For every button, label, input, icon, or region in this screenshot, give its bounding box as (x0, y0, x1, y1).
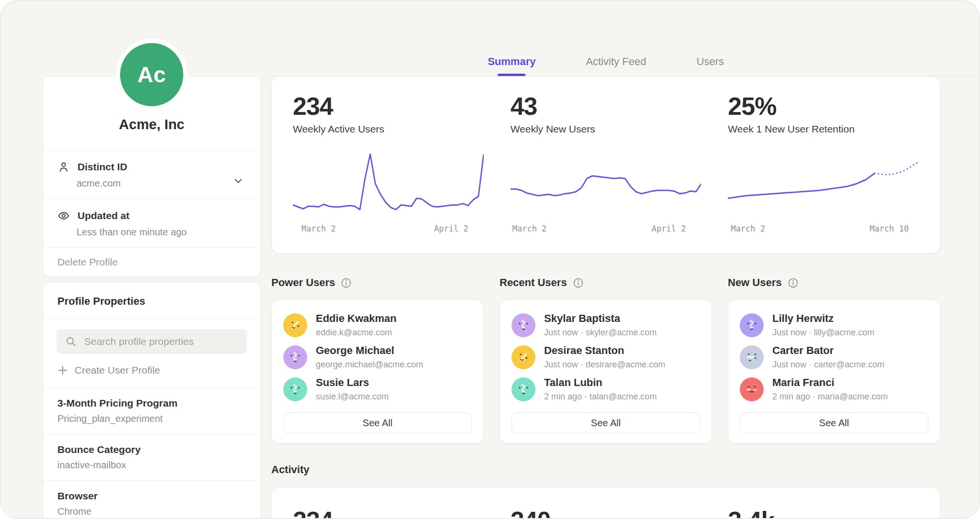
user-subtext: eddie.k@acme.com (316, 328, 397, 338)
user-section-recent-users: Recent UsersSkylar BaptistaJust now · sk… (500, 276, 712, 443)
info-icon[interactable] (341, 277, 352, 288)
property-value: Chrome (57, 506, 246, 517)
user-name: Eddie Kwakman (316, 312, 397, 325)
property-row[interactable]: BrowserChrome (43, 480, 260, 519)
user-avatar (512, 345, 535, 369)
metric-label: Weekly Active Users (293, 123, 484, 135)
info-icon[interactable] (573, 277, 584, 288)
user-sections-row: Power UsersEddie Kwakmaneddie.k@acme.com… (271, 276, 940, 443)
profile-field-updated-at: Updated atLess than one minute ago (43, 199, 260, 247)
profile-dashboard-page: Ac Acme, Inc Distinct IDacme.comUpdated … (0, 0, 980, 519)
profile-properties-search[interactable] (56, 329, 247, 354)
activity-metric-value: 3.4k (728, 508, 919, 519)
chart-x-axis: March 2March 10 (728, 224, 919, 235)
search-input[interactable] (83, 335, 238, 348)
tab-activity-feed[interactable]: Activity Feed (586, 55, 646, 68)
user-subtext: Just now · skyler@acme.com (544, 328, 657, 338)
profile-properties-title: Profile Properties (43, 283, 260, 319)
user-name: Carter Bator (772, 344, 884, 357)
user-name: Lilly Herwitz (772, 312, 874, 325)
section-header: Power Users (271, 276, 484, 289)
user-avatar (740, 345, 764, 369)
user-subtext: Just now · desirare@acme.com (544, 360, 665, 370)
sparkline-chart (728, 148, 919, 220)
see-all-button[interactable]: See All (283, 412, 472, 433)
metric-value: 25% (728, 94, 919, 119)
user-subtext: george.michael@acme.com (316, 360, 423, 370)
user-list-item[interactable]: Maria Franci2 min ago · maria@acme.com (740, 376, 928, 402)
profile-properties-card: Profile Properties Create User Profile 3… (43, 282, 261, 519)
user-subtext: Just now · lilly@acme.com (772, 328, 874, 338)
property-row[interactable]: 3-Month Pricing ProgramPricing_plan_expe… (43, 387, 260, 434)
profile-properties-list: 3-Month Pricing ProgramPricing_plan_expe… (43, 387, 260, 519)
search-icon (65, 336, 77, 347)
user-name: Desirae Stanton (544, 344, 665, 357)
user-avatar (283, 345, 307, 369)
active-tab-underline (498, 74, 525, 76)
user-list-item[interactable]: Skylar BaptistaJust now · skyler@acme.co… (512, 312, 700, 338)
metric-label: Week 1 New User Retention (728, 123, 919, 135)
info-icon[interactable] (788, 277, 799, 288)
user-name: Maria Franci (772, 376, 888, 389)
chevron-down-icon[interactable] (233, 175, 244, 188)
user-list-item[interactable]: Carter BatorJust now · carter@acme.com (740, 344, 928, 370)
see-all-button[interactable]: See All (512, 412, 700, 433)
see-all-button[interactable]: See All (740, 412, 928, 433)
user-avatar (512, 313, 535, 337)
x-tick-label: March 2 (301, 224, 336, 233)
profile-field-value: Less than one minute ago (77, 227, 246, 238)
metric-value: 43 (511, 94, 702, 119)
eye-icon (57, 210, 70, 222)
company-avatar: Ac (120, 43, 183, 106)
x-tick-label: March 10 (869, 224, 909, 233)
user-list-item[interactable]: Desirae StantonJust now · desirare@acme.… (512, 344, 700, 370)
tab-bar: SummaryActivity FeedUsers (271, 1, 980, 76)
user-list-item[interactable]: Susie Larssusie.l@acme.com (283, 376, 472, 402)
chart-x-axis: March 2April 2 (293, 224, 484, 235)
profile-field-value: acme.com (77, 178, 246, 189)
user-list-item[interactable]: Talan Lubin2 min ago · talan@acme.com (512, 376, 700, 402)
property-value: inactive-mailbox (57, 460, 246, 471)
user-list-card: Skylar BaptistaJust now · skyler@acme.co… (500, 299, 712, 443)
section-title: Power Users (271, 276, 335, 289)
user-name: Talan Lubin (544, 376, 657, 389)
x-tick-label: March 2 (731, 224, 765, 233)
create-user-profile-button[interactable]: Create User Profile (43, 354, 260, 387)
property-row[interactable]: Bounce Categoryinactive-mailbox (43, 434, 260, 480)
user-name: Susie Lars (316, 376, 389, 389)
sparkline-chart (511, 148, 702, 220)
user-section-new-users: New UsersLilly HerwitzJust now · lilly@a… (728, 276, 940, 443)
sparkline-chart (293, 148, 484, 220)
metric-label: Weekly New Users (511, 123, 702, 135)
plus-icon (57, 365, 68, 375)
profile-field-distinct-id: Distinct IDacme.com (43, 150, 260, 199)
tab-summary[interactable]: Summary (488, 55, 535, 68)
activity-card: 2342403.4k (271, 487, 940, 519)
user-list-card: Lilly HerwitzJust now · lilly@acme.comCa… (728, 299, 940, 443)
x-tick-label: April 2 (652, 224, 686, 233)
summary-metric: 234Weekly Active UsersMarch 2April 2 (293, 94, 484, 242)
user-avatar (283, 377, 307, 401)
chart-x-axis: March 2April 2 (511, 224, 702, 235)
user-avatar (740, 313, 764, 337)
property-label: Bounce Category (57, 444, 246, 455)
property-label: Browser (57, 490, 246, 502)
user-section-power-users: Power UsersEddie Kwakmaneddie.k@acme.com… (271, 276, 484, 443)
profile-fields: Distinct IDacme.comUpdated atLess than o… (43, 150, 260, 247)
user-list-card: Eddie Kwakmaneddie.k@acme.comGeorge Mich… (271, 299, 484, 443)
metric-value: 234 (293, 94, 484, 119)
section-title: New Users (728, 276, 782, 289)
profile-field-label: Updated at (78, 210, 130, 221)
delete-profile-button[interactable]: Delete Profile (43, 247, 260, 276)
user-subtext: Just now · carter@acme.com (772, 360, 884, 370)
property-value: Pricing_plan_experiment (57, 413, 246, 424)
person-icon (57, 161, 70, 173)
user-list-item[interactable]: Eddie Kwakmaneddie.k@acme.com (283, 312, 472, 338)
section-header: Recent Users (500, 276, 712, 289)
tab-users[interactable]: Users (696, 55, 724, 68)
user-list-item[interactable]: Lilly HerwitzJust now · lilly@acme.com (740, 312, 928, 338)
user-subtext: 2 min ago · maria@acme.com (772, 392, 888, 402)
company-avatar-initials: Ac (137, 62, 166, 88)
user-list-item[interactable]: George Michaelgeorge.michael@acme.com (283, 344, 472, 370)
property-label: 3-Month Pricing Program (57, 398, 246, 409)
